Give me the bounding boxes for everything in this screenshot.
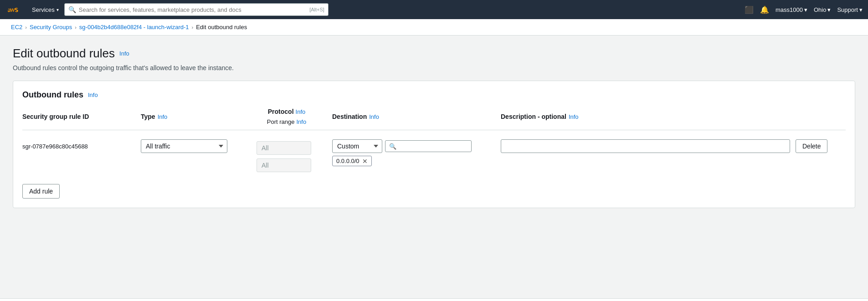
delete-button[interactable]: Delete: [796, 139, 827, 153]
aws-logo[interactable]: [5, 4, 23, 15]
card-title: Outbound rules: [22, 90, 83, 100]
breadcrumb-sep-1: ›: [25, 25, 27, 30]
destination-tags: 0.0.0.0/0 ✕: [332, 156, 495, 166]
protocol-info-link[interactable]: Info: [296, 108, 306, 115]
page-info-link[interactable]: Info: [119, 50, 129, 57]
col-header-protocol: Protocol Info Port range Info: [241, 108, 332, 125]
breadcrumb-security-groups[interactable]: Security Groups: [30, 24, 72, 31]
search-icon: 🔍: [68, 6, 76, 13]
col-header-actions: [796, 108, 846, 125]
breadcrumb-sep-2: ›: [75, 25, 77, 30]
destination-top: Custom 🔍: [332, 139, 495, 153]
search-input[interactable]: [79, 6, 307, 13]
destination-search-input[interactable]: [398, 143, 467, 150]
bell-icon[interactable]: 🔔: [760, 5, 769, 14]
region-menu[interactable]: Ohio ▾: [814, 6, 831, 13]
port-range-value: All: [257, 158, 311, 172]
terminal-icon[interactable]: ⬛: [745, 5, 754, 14]
protocol-port-cell: All All: [241, 139, 332, 172]
destination-info-link[interactable]: Info: [369, 113, 379, 120]
services-chevron-icon: ▾: [56, 7, 59, 12]
support-menu[interactable]: Support ▾: [837, 6, 863, 13]
page-description: Outbound rules control the outgoing traf…: [13, 64, 855, 71]
section-info-link[interactable]: Info: [88, 92, 98, 98]
outbound-rules-card: Outbound rules Info Security group rule …: [13, 81, 855, 208]
breadcrumb-ec2[interactable]: EC2: [11, 24, 22, 31]
rule-id-cell: sgr-0787e968c80c45688: [22, 139, 141, 150]
rule-id-value: sgr-0787e968c80c45688: [22, 139, 88, 150]
col-header-destination: Destination Info: [332, 108, 501, 125]
page-content: Edit outbound rules Info Outbound rules …: [0, 36, 868, 298]
description-cell: [501, 139, 796, 153]
type-select[interactable]: All traffic: [141, 139, 227, 153]
dest-search-icon: 🔍: [389, 143, 396, 150]
breadcrumb-current: Edit outbound rules: [196, 24, 247, 31]
global-search[interactable]: 🔍 [Alt+S]: [64, 3, 329, 16]
col-header-rule-id: Security group rule ID: [22, 108, 141, 125]
description-input[interactable]: [501, 139, 790, 153]
col-header-description: Description - optional Info: [501, 108, 796, 125]
support-chevron-icon: ▾: [859, 6, 863, 13]
type-info-link[interactable]: Info: [158, 113, 168, 120]
remove-tag-icon[interactable]: ✕: [362, 158, 368, 164]
breadcrumb: EC2 › Security Groups › sg-004b2b4d688e0…: [0, 19, 868, 36]
card-title-row: Outbound rules Info: [22, 90, 846, 100]
protocol-value: All: [257, 141, 311, 155]
table-row: sgr-0787e968c80c45688 All traffic All Al…: [22, 135, 846, 177]
delete-cell: Delete: [796, 139, 846, 153]
destination-type-wrapper: Custom: [332, 139, 382, 153]
rules-table-header: Security group rule ID Type Info Protoco…: [22, 108, 846, 130]
services-menu[interactable]: Services ▾: [32, 6, 59, 13]
region-chevron-icon: ▾: [827, 6, 831, 13]
destination-tag: 0.0.0.0/0 ✕: [332, 156, 372, 166]
top-navigation: Services ▾ 🔍 [Alt+S] ⬛ 🔔 mass1000 ▾ Ohio…: [0, 0, 868, 19]
nav-right-area: ⬛ 🔔 mass1000 ▾ Ohio ▾ Support ▾: [745, 5, 863, 14]
destination-search-box[interactable]: 🔍: [385, 140, 472, 152]
breadcrumb-sep-3: ›: [192, 25, 194, 30]
breadcrumb-sg-id[interactable]: sg-004b2b4d688e082f4 - launch-wizard-1: [79, 24, 189, 31]
add-rule-button[interactable]: Add rule: [22, 184, 60, 199]
destination-type-select[interactable]: Custom: [332, 139, 382, 153]
port-range-info-link[interactable]: Info: [297, 118, 307, 125]
description-info-link[interactable]: Info: [569, 113, 579, 120]
type-select-wrapper: All traffic: [141, 139, 227, 153]
type-cell: All traffic: [141, 139, 241, 153]
destination-cell: Custom 🔍 0.0.0.0/0 ✕: [332, 139, 501, 166]
page-title-row: Edit outbound rules Info: [13, 46, 855, 61]
page-title: Edit outbound rules: [13, 46, 115, 61]
bottom-action-bar: Cancel Preview changes Save rules: [0, 298, 868, 301]
col-header-type: Type Info: [141, 108, 241, 125]
user-menu[interactable]: mass1000 ▾: [776, 6, 807, 13]
user-chevron-icon: ▾: [804, 6, 807, 13]
